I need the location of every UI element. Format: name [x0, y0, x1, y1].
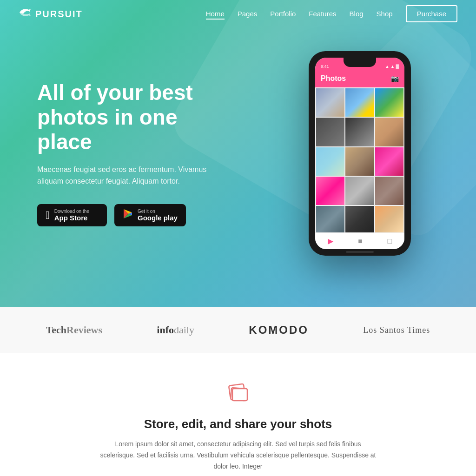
- navbar: PURSUIT Home Pages Portfolio Features Bl…: [0, 0, 476, 28]
- store-buttons:  Download on the App Store Get it on: [37, 204, 223, 226]
- phone-bottom-bar: ▶ ■ □: [315, 232, 404, 249]
- phone-app-header: Photos 📷: [315, 71, 404, 87]
- phone-notch: [344, 58, 376, 67]
- googleplay-text: Get it on Google play: [138, 209, 178, 222]
- appstore-text: Download on the App Store: [54, 209, 89, 222]
- hero-section: All of your best photos in one place Mae…: [0, 0, 476, 307]
- photo-cell-10: [316, 177, 344, 205]
- photo-cell-12: [375, 177, 403, 205]
- photo-cell-1: [316, 88, 344, 117]
- brands-section: TechReviews infodaily KOMODO Los Santos …: [0, 307, 476, 353]
- logo-icon: [19, 7, 32, 20]
- phone-nav-photos-icon: ▶: [328, 237, 333, 245]
- brand-techreviews: TechReviews: [46, 324, 102, 336]
- nav-item-pages[interactable]: Pages: [238, 10, 258, 18]
- nav-links: Home Pages Portfolio Features Blog Shop …: [206, 10, 457, 18]
- nav-item-blog[interactable]: Blog: [350, 10, 364, 18]
- phone-time: 9:41: [321, 64, 329, 69]
- brand-infodaily: infodaily: [157, 324, 194, 336]
- brand-name: PURSUIT: [35, 9, 83, 20]
- phone-outer: 9:41 ▲ ▲ ▓ Photos 📷: [309, 51, 411, 256]
- nav-item-purchase[interactable]: Purchase: [406, 10, 457, 18]
- photo-grid: [315, 87, 404, 236]
- photo-cell-7: [316, 147, 344, 176]
- phone-home-indicator: [346, 251, 374, 253]
- photo-cell-15: [375, 206, 403, 234]
- photo-cell-4: [316, 118, 344, 146]
- photo-cell-8: [345, 147, 374, 176]
- apple-icon: : [46, 209, 50, 222]
- googleplay-button[interactable]: Get it on Google play: [114, 204, 186, 226]
- phone-nav-lock-icon: ■: [358, 237, 363, 245]
- features-section: Store, edit, and share your shots Lorem …: [0, 353, 476, 476]
- camera-icon: 📷: [391, 75, 399, 82]
- features-icon: [19, 381, 457, 408]
- phone-nav-share-icon: □: [388, 237, 392, 245]
- appstore-button[interactable]:  Download on the App Store: [37, 204, 107, 226]
- photo-cell-3: [375, 88, 403, 117]
- phone-app-title: Photos: [321, 74, 346, 83]
- brand-komodo: KOMODO: [249, 324, 309, 337]
- nav-item-features[interactable]: Features: [309, 10, 336, 18]
- photo-cell-14: [345, 206, 374, 234]
- svg-rect-6: [232, 389, 247, 401]
- photo-cell-5: [345, 118, 374, 146]
- photo-cell-11: [345, 177, 374, 205]
- phone-status-icons: ▲ ▲ ▓: [385, 64, 399, 69]
- features-title: Store, edit, and share your shots: [19, 417, 457, 431]
- nav-item-home[interactable]: Home: [206, 10, 225, 18]
- phone-screen: 9:41 ▲ ▲ ▓ Photos 📷: [315, 58, 404, 249]
- photo-cell-13: [316, 206, 344, 234]
- google-play-icon: [123, 209, 133, 222]
- nav-item-portfolio[interactable]: Portfolio: [270, 10, 296, 18]
- hero-title: All of your best photos in one place: [37, 80, 223, 154]
- brand-lossantos: Los Santos Times: [363, 325, 430, 335]
- photo-cell-6: [375, 118, 403, 146]
- photo-cell-9: [375, 147, 403, 176]
- features-description: Lorem ipsum dolor sit amet, consectetur …: [99, 439, 377, 472]
- hero-content: All of your best photos in one place Mae…: [0, 80, 223, 226]
- photo-cell-2: [345, 88, 374, 117]
- nav-item-shop[interactable]: Shop: [377, 10, 393, 18]
- hero-subtitle: Maecenas feugiat sed eros ac fermentum. …: [37, 164, 223, 187]
- logo[interactable]: PURSUIT: [19, 7, 83, 20]
- phone-mockup: 9:41 ▲ ▲ ▓ Photos 📷: [309, 51, 411, 256]
